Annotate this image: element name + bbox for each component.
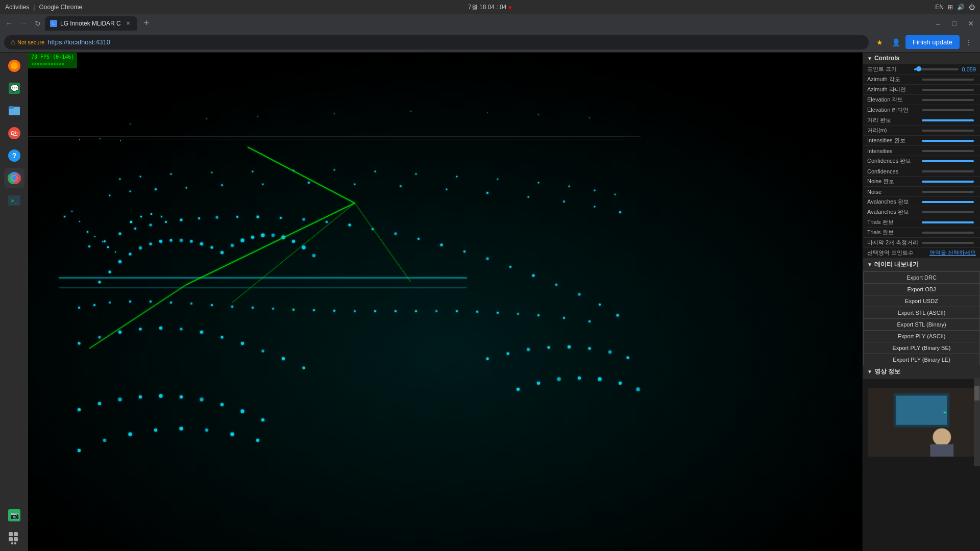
svg-point-68 (186, 187, 187, 189)
profile-button[interactable]: 👤 (889, 35, 903, 49)
slider-trials-range[interactable] (922, 221, 974, 223)
show-apps-button[interactable] (4, 528, 24, 548)
svg-point-117 (200, 242, 203, 245)
app-help[interactable]: ? (4, 145, 24, 166)
finish-update-button[interactable]: Finish update (905, 35, 960, 49)
menu-button[interactable]: ⋮ (962, 35, 976, 49)
slider-noise-range[interactable] (922, 181, 974, 183)
bookmark-button[interactable]: ★ (873, 35, 887, 49)
svg-point-53 (211, 172, 213, 173)
slider-distance-range[interactable] (922, 119, 974, 121)
svg-point-56 (334, 169, 335, 171)
svg-point-96 (395, 233, 397, 235)
app-messaging[interactable]: 💬 (4, 78, 24, 98)
svg-point-139 (272, 308, 274, 310)
svg-point-198 (231, 433, 234, 436)
svg-point-32 (589, 117, 590, 118)
slider-noise[interactable] (922, 191, 974, 193)
export-ply-be-button[interactable]: Export PLY (Binary BE) (863, 342, 980, 354)
slider-confidences[interactable] (922, 170, 974, 172)
app-files[interactable] (4, 101, 24, 121)
slider-elevation-angle[interactable] (922, 99, 974, 101)
slider-distance-m[interactable] (922, 130, 974, 132)
reload-button[interactable]: ↻ (31, 16, 45, 31)
active-tab[interactable]: L LG Innotek MLiDAR C ✕ (45, 16, 137, 31)
selected-area-link[interactable]: 영역을 선택하세요 (929, 249, 976, 257)
svg-point-126 (292, 240, 295, 243)
export-ply-le-button[interactable]: Export PLY (Binary LE) (863, 354, 980, 365)
svg-point-104 (578, 293, 581, 296)
svg-point-80 (88, 245, 90, 247)
svg-point-25 (130, 123, 131, 124)
svg-point-195 (154, 429, 157, 432)
svg-rect-23 (28, 53, 863, 551)
controls-section-header[interactable]: ▼ Controls (863, 53, 980, 64)
control-row-avalanches-range: Avalanches 완보 (863, 197, 980, 207)
new-tab-button[interactable]: + (139, 16, 154, 31)
forward-button[interactable]: → (16, 16, 31, 31)
slider-pointsize[interactable] (914, 68, 959, 70)
app-ubuntu-software[interactable]: 🛍 (4, 123, 24, 143)
slider-azimuth-angle[interactable] (922, 79, 974, 81)
viewport[interactable]: 73 FPS (0-146) ▪▪▪▪▪▪▪▪▪▪▪▪ (28, 53, 863, 551)
slider-azimuth-radian[interactable] (922, 89, 974, 91)
slider-elevation-radian[interactable] (922, 109, 974, 111)
control-row-confidences: Confidences (863, 166, 980, 177)
lang-indicator[interactable]: EN (935, 4, 944, 11)
svg-rect-36 (64, 216, 65, 217)
url-input[interactable]: ⚠ Not secure https://localhost:4310 (4, 35, 869, 49)
minimize-button[interactable]: – (931, 16, 945, 31)
svg-rect-34 (100, 138, 101, 139)
svg-point-188 (200, 398, 204, 402)
export-usdz-button[interactable]: Export USDZ (863, 295, 980, 307)
slider-trials-range2[interactable] (922, 232, 974, 234)
video-section-header[interactable]: ▼ 영상 정보 (863, 365, 980, 379)
svg-point-136 (211, 304, 213, 306)
app-screenshot[interactable]: 📷 (4, 505, 24, 525)
svg-point-1 (11, 62, 18, 69)
svg-point-187 (180, 395, 183, 398)
svg-point-140 (292, 309, 295, 311)
app-chrome[interactable] (4, 168, 24, 188)
slider-avalanches-range2[interactable] (922, 211, 974, 213)
back-button[interactable]: ← (2, 16, 16, 31)
svg-point-58 (415, 173, 417, 175)
slider-intensities-range[interactable] (922, 140, 974, 142)
export-ply-ascii-button[interactable]: Export PLY (ASCII) (863, 330, 980, 342)
app-terminal[interactable]: >_ (4, 190, 24, 211)
slider-last2-distance[interactable] (922, 242, 974, 244)
svg-rect-42 (107, 246, 109, 248)
export-drc-button[interactable]: Export DRC (863, 271, 980, 283)
svg-point-194 (129, 433, 132, 436)
export-obj-button[interactable]: Export OBJ (863, 283, 980, 295)
export-stl-binary-button[interactable]: Export STL (Binary) (863, 318, 980, 330)
slider-confidences-range[interactable] (922, 160, 974, 162)
svg-point-132 (129, 300, 131, 303)
svg-point-124 (272, 234, 275, 237)
svg-point-59 (456, 176, 458, 178)
svg-text:>_: >_ (11, 197, 18, 204)
activities-button[interactable]: Activities (5, 4, 29, 11)
svg-point-149 (476, 311, 478, 313)
svg-text:🛍: 🛍 (11, 129, 18, 137)
svg-point-197 (205, 429, 208, 432)
svg-point-110 (129, 253, 132, 256)
svg-point-94 (349, 224, 351, 227)
svg-point-28 (334, 113, 335, 114)
close-window-button[interactable]: ✕ (964, 16, 978, 31)
svg-point-180 (619, 382, 622, 385)
svg-point-72 (354, 184, 356, 185)
svg-rect-37 (71, 211, 72, 212)
svg-point-177 (557, 378, 561, 381)
close-tab-button[interactable]: ✕ (124, 19, 132, 28)
app-firefox[interactable] (4, 56, 24, 76)
svg-rect-19 (9, 537, 13, 541)
export-section-header[interactable]: ▼ 데이터 내보내기 (863, 258, 980, 271)
svg-point-108 (109, 271, 111, 273)
slider-intensities[interactable] (922, 150, 974, 152)
slider-avalanches-range[interactable] (922, 201, 974, 203)
os-topbar: Activities | Google Chrome 7월 18 04 : 04… (0, 0, 980, 14)
maximize-button[interactable]: □ (947, 16, 962, 31)
export-stl-ascii-button[interactable]: Export STL (ASCII) (863, 307, 980, 318)
svg-point-29 (410, 111, 411, 112)
